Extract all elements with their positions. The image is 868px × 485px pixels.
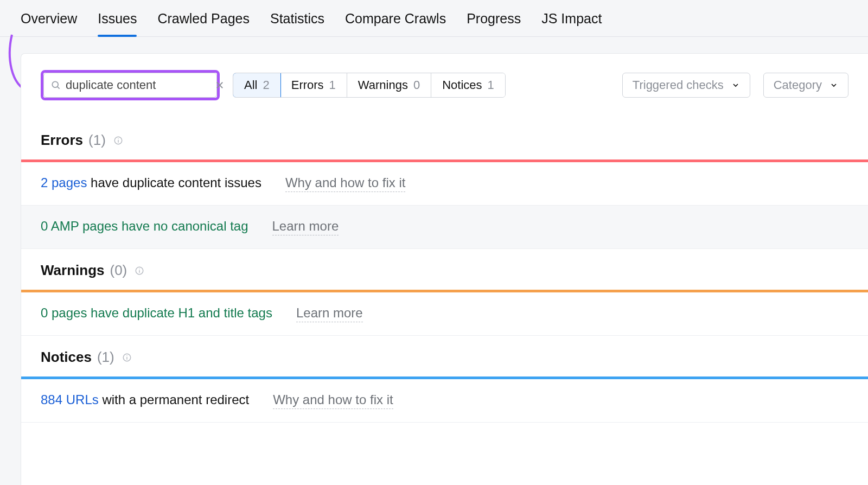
section-count: (1) xyxy=(97,349,114,366)
section-title: Notices xyxy=(41,349,92,366)
tab-issues[interactable]: Issues xyxy=(98,11,137,36)
issue-text: 0 pages have duplicate H1 and title tags xyxy=(41,305,272,321)
dropdown-category[interactable]: Category xyxy=(763,73,848,98)
tab-crawled-pages[interactable]: Crawled Pages xyxy=(157,11,250,36)
issue-link[interactable]: 2 pages xyxy=(41,175,87,190)
issue-rest: have duplicate content issues xyxy=(87,175,261,190)
filter-warnings[interactable]: Warnings 0 xyxy=(347,73,431,97)
section-title: Errors xyxy=(41,132,83,149)
search-box[interactable] xyxy=(43,73,217,98)
filter-count: 1 xyxy=(488,78,494,92)
toolbar: All 2 Errors 1 Warnings 0 Notices 1 xyxy=(21,54,868,119)
issue-link: 0 pages have duplicate H1 and title tags xyxy=(41,305,272,320)
tab-overview[interactable]: Overview xyxy=(21,11,77,36)
filter-label: Notices xyxy=(442,78,482,92)
issue-link: 0 AMP pages have no canonical tag xyxy=(41,219,248,233)
filter-errors[interactable]: Errors 1 xyxy=(280,73,347,97)
help-link[interactable]: Why and how to fix it xyxy=(285,175,405,192)
filter-count: 2 xyxy=(263,78,269,92)
filter-count: 0 xyxy=(413,78,420,92)
section-count: (1) xyxy=(88,132,106,149)
help-link[interactable]: Learn more xyxy=(272,219,339,235)
main-tabs: Overview Issues Crawled Pages Statistics… xyxy=(0,0,868,37)
filter-all[interactable]: All 2 xyxy=(233,73,281,98)
chevron-down-icon xyxy=(731,81,740,90)
dropdown-label: Category xyxy=(774,78,822,92)
issue-row: 0 AMP pages have no canonical tag Learn … xyxy=(21,206,868,249)
dropdown-label: Triggered checks xyxy=(633,78,724,92)
filter-label: All xyxy=(244,78,257,92)
tab-js-impact[interactable]: JS Impact xyxy=(541,11,602,36)
filter-notices[interactable]: Notices 1 xyxy=(431,73,505,97)
issue-link[interactable]: 884 URLs xyxy=(41,392,99,407)
section-header-warnings: Warnings (0) xyxy=(21,249,868,290)
issue-row: 2 pages have duplicate content issues Wh… xyxy=(21,162,868,206)
section-header-errors: Errors (1) xyxy=(21,119,868,159)
filter-pills: All 2 Errors 1 Warnings 0 Notices 1 xyxy=(233,73,506,98)
issue-text: 0 AMP pages have no canonical tag xyxy=(41,219,248,234)
info-icon[interactable] xyxy=(135,266,144,276)
info-icon[interactable] xyxy=(113,136,123,145)
help-link[interactable]: Learn more xyxy=(296,305,363,322)
chevron-down-icon xyxy=(829,81,838,90)
info-icon[interactable] xyxy=(122,353,132,362)
help-link[interactable]: Why and how to fix it xyxy=(273,392,393,409)
svg-point-9 xyxy=(139,268,141,269)
issue-row: 0 pages have duplicate H1 and title tags… xyxy=(21,292,868,336)
issue-rest: with a permanent redirect xyxy=(99,392,249,407)
filter-count: 1 xyxy=(329,78,336,92)
issue-text: 884 URLs with a permanent redirect xyxy=(41,392,249,407)
svg-point-6 xyxy=(118,138,119,139)
search-input[interactable] xyxy=(66,78,215,92)
svg-line-1 xyxy=(58,87,60,89)
issue-row: 884 URLs with a permanent redirect Why a… xyxy=(21,379,868,423)
svg-point-12 xyxy=(126,355,127,356)
filter-label: Errors xyxy=(291,78,324,92)
issue-text: 2 pages have duplicate content issues xyxy=(41,175,261,190)
section-title: Warnings xyxy=(41,262,104,279)
filter-label: Warnings xyxy=(358,78,408,92)
tab-compare-crawls[interactable]: Compare Crawls xyxy=(345,11,446,36)
svg-point-0 xyxy=(52,81,58,87)
search-highlight xyxy=(41,70,220,100)
search-icon xyxy=(50,80,61,91)
clear-icon[interactable] xyxy=(215,80,225,90)
tab-progress[interactable]: Progress xyxy=(467,11,521,36)
tab-statistics[interactable]: Statistics xyxy=(270,11,324,36)
dropdown-triggered-checks[interactable]: Triggered checks xyxy=(622,73,750,98)
section-header-notices: Notices (1) xyxy=(21,336,868,376)
issues-panel: All 2 Errors 1 Warnings 0 Notices 1 xyxy=(21,53,868,485)
section-count: (0) xyxy=(110,262,127,279)
